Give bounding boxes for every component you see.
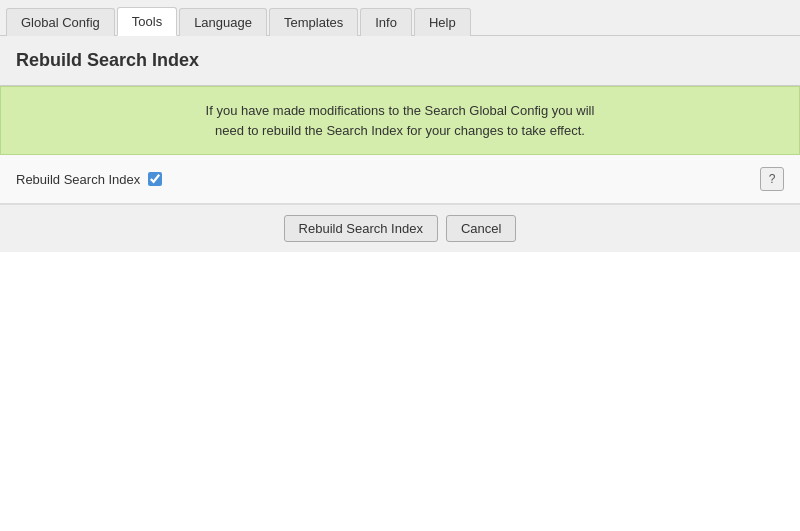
rebuild-field: Rebuild Search Index [16, 172, 162, 187]
page-header: Rebuild Search Index [0, 36, 800, 86]
rebuild-checkbox[interactable] [148, 172, 162, 186]
form-section: Rebuild Search Index ? [0, 155, 800, 204]
tab-bar: Global Config Tools Language Templates I… [0, 0, 800, 36]
rebuild-button[interactable]: Rebuild Search Index [284, 215, 438, 242]
tab-tools[interactable]: Tools [117, 7, 177, 36]
tab-info[interactable]: Info [360, 8, 412, 36]
rebuild-label: Rebuild Search Index [16, 172, 140, 187]
alert-box: If you have made modifications to the Se… [0, 86, 800, 155]
tab-help[interactable]: Help [414, 8, 471, 36]
help-button[interactable]: ? [760, 167, 784, 191]
action-bar: Rebuild Search Index Cancel [0, 204, 800, 252]
alert-line2: need to rebuild the Search Index for you… [215, 123, 585, 138]
tab-global-config[interactable]: Global Config [6, 8, 115, 36]
tab-language[interactable]: Language [179, 8, 267, 36]
cancel-button[interactable]: Cancel [446, 215, 516, 242]
tab-templates[interactable]: Templates [269, 8, 358, 36]
main-content: Rebuild Search Index If you have made mo… [0, 36, 800, 252]
page-title: Rebuild Search Index [16, 50, 199, 70]
alert-line1: If you have made modifications to the Se… [206, 103, 595, 118]
